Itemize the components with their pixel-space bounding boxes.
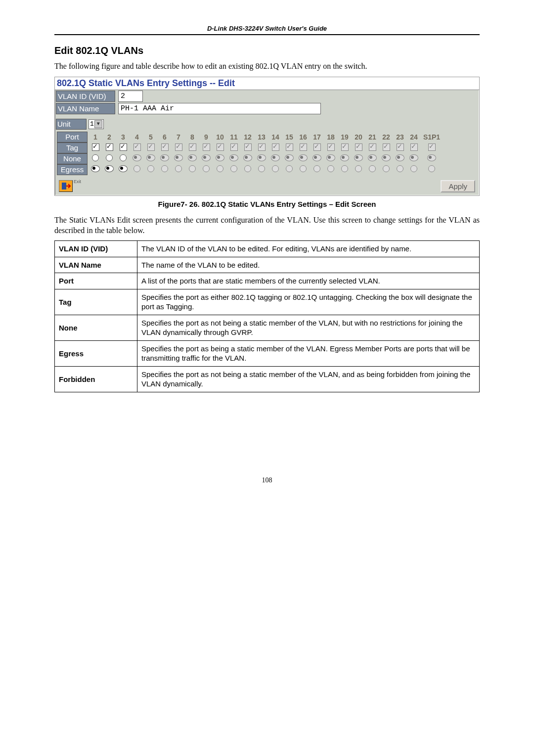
port-header: S1P1 [421,132,443,142]
none-radio [409,154,418,161]
egress-radio [244,165,251,172]
port-header: 4 [130,132,144,142]
table-row: NoneSpecifies the port as not being a st… [55,315,480,340]
vlan-name-label: VLAN Name [56,103,115,114]
page-number: 108 [54,476,480,484]
egress-radio[interactable] [119,165,128,172]
port-grid: Port 12345678910111213141516171819202122… [56,132,443,175]
tag-checkbox[interactable] [106,143,113,151]
exit-button[interactable] [59,180,73,192]
tag-checkbox [300,143,307,151]
vlan-name-field[interactable]: PH-1 AAA Air [118,103,321,114]
none-radio [133,154,141,161]
def-cell: The VLAN ID of the VLAN to be edited. Fo… [137,241,480,257]
tag-checkbox [147,143,155,151]
port-header: 15 [282,132,296,142]
none-radio [229,154,238,161]
tag-checkbox [189,143,196,151]
none-radio [285,154,294,161]
term-cell: Tag [55,289,137,315]
table-row: VLAN NameThe name of the VLAN to be edit… [55,257,480,273]
tag-checkbox [272,143,279,151]
def-cell: Specifies the port as not being a static… [137,366,480,392]
tag-checkbox [161,143,169,151]
tag-checkbox [313,143,321,151]
port-label: Port [57,132,88,142]
none-radio[interactable] [92,154,99,161]
unit-select[interactable]: 1▼ [89,119,104,129]
term-cell: VLAN Name [55,257,137,273]
none-radio [257,154,266,161]
table-row: TagSpecifies the port as either 802.1Q t… [55,289,480,315]
port-header: 18 [324,132,338,142]
none-radio [160,154,169,161]
def-cell: A list of the ports that are static memb… [137,273,480,289]
egress-radio[interactable] [105,165,114,172]
port-header: 6 [158,132,172,142]
unit-label: Unit [56,119,87,130]
none-radio [243,154,252,161]
none-radio [174,154,183,161]
tag-checkbox [286,143,293,151]
port-header: 12 [241,132,255,142]
egress-radio [369,165,376,172]
vid-label: VLAN ID (VID) [56,91,115,102]
none-radio[interactable] [120,154,127,161]
egress-radio [300,165,307,172]
term-cell: Forbidden [55,366,137,392]
port-header: 23 [393,132,407,142]
vlan-edit-screenshot: 802.1Q Static VLANs Entry Settings -- Ed… [54,77,480,196]
term-cell: Port [55,273,137,289]
port-header: 1 [89,132,102,142]
none-radio [216,154,224,161]
table-row: ForbiddenSpecifies the port as not being… [55,366,480,392]
egress-radio[interactable] [91,165,100,172]
none-radio[interactable] [106,154,113,161]
egress-radio [161,165,168,172]
tag-checkbox [134,143,141,151]
port-header: 14 [268,132,282,142]
tag-checkbox [410,143,418,151]
port-header: 22 [379,132,393,142]
tag-checkbox [341,143,349,151]
def-cell: Specifies the port as either 802.1Q tagg… [137,289,480,315]
port-header: 24 [407,132,421,142]
egress-radio [230,165,237,172]
none-radio [188,154,197,161]
tag-checkbox [355,143,362,151]
port-header: 2 [102,132,116,142]
none-radio [271,154,280,161]
port-header: 20 [352,132,365,142]
tag-checkbox [383,143,390,151]
egress-radio [341,165,348,172]
port-header: 19 [338,132,352,142]
egress-radio [272,165,279,172]
vid-field[interactable]: 2 [118,91,143,102]
port-header: 16 [296,132,310,142]
egress-radio [175,165,182,172]
port-header: 8 [185,132,199,142]
egress-radio [313,165,320,172]
none-radio [146,154,155,161]
port-header: 5 [144,132,158,142]
apply-button[interactable]: Apply [441,180,475,192]
port-header: 11 [227,132,241,142]
egress-radio [134,165,140,172]
port-header: 21 [365,132,379,142]
para2: The Static VLANs Edit screen presents th… [54,215,480,236]
tag-checkbox [428,143,436,151]
egress-radio [355,165,362,172]
egress-radio [397,165,403,172]
egress-radio [258,165,265,172]
tag-checkbox [397,143,404,151]
egress-radio [189,165,196,172]
egress-radio [286,165,293,172]
tag-checkbox[interactable] [120,143,127,151]
def-cell: Specifies the port as being a static mem… [137,340,480,366]
panel-title: 802.1Q Static VLANs Entry Settings -- Ed… [55,77,479,90]
tag-checkbox[interactable] [92,143,99,151]
port-header: 7 [172,132,185,142]
none-radio [368,154,377,161]
tag-checkbox [244,143,252,151]
tag-checkbox [327,143,335,151]
